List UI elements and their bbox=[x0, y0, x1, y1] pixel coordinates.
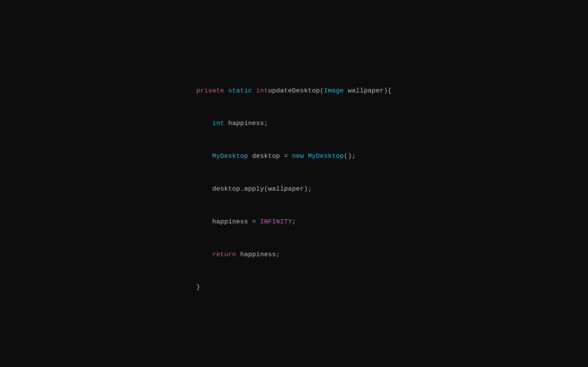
keyword-static: static bbox=[228, 87, 252, 94]
keyword-new: new bbox=[292, 152, 304, 160]
indent-line2 bbox=[196, 120, 212, 127]
plain-parens: (); bbox=[344, 152, 356, 160]
plain-happiness-eq: happiness = bbox=[212, 218, 260, 225]
keyword-return: return bbox=[212, 251, 236, 258]
plain-desktop-eq: desktop = bbox=[248, 152, 292, 160]
plain-happiness: happiness; bbox=[224, 120, 268, 127]
plain-wallpaper: wallpaper){ bbox=[344, 87, 392, 94]
constant-infinity: INFINITY bbox=[260, 218, 292, 225]
space1 bbox=[224, 87, 228, 94]
indent-line5 bbox=[196, 218, 212, 225]
type-image: Image bbox=[324, 87, 344, 94]
code-line-6: return happiness; bbox=[196, 249, 392, 260]
plain-apply: desktop.apply(wallpaper); bbox=[212, 185, 312, 192]
space2 bbox=[252, 87, 256, 94]
indent-line4 bbox=[196, 185, 212, 192]
code-line-2: int happiness; bbox=[196, 118, 392, 129]
indent-line6 bbox=[196, 251, 212, 258]
keyword-private: private bbox=[196, 87, 225, 94]
type-mydesktop-2: MyDesktop bbox=[308, 152, 344, 160]
code-line-5: happiness = INFINITY; bbox=[196, 216, 392, 227]
plain-return-happiness: happiness; bbox=[236, 251, 280, 258]
space-new bbox=[304, 152, 308, 160]
keyword-int-line2: int bbox=[212, 120, 224, 127]
code-block: private static intupdateDesktop(Image wa… bbox=[196, 63, 392, 303]
code-line-3: MyDesktop desktop = new MyDesktop(); bbox=[196, 151, 392, 162]
code-line-4: desktop.apply(wallpaper); bbox=[196, 184, 392, 194]
code-line-1: private static intupdateDesktop(Image wa… bbox=[196, 85, 392, 96]
plain-semicolon5: ; bbox=[292, 218, 296, 225]
type-mydesktop-1: MyDesktop bbox=[212, 152, 248, 160]
code-line-7: } bbox=[196, 282, 392, 293]
keyword-int-line1: int bbox=[256, 87, 268, 94]
indent-line3 bbox=[196, 152, 212, 160]
plain-updatedesktop: updateDesktop( bbox=[268, 87, 324, 94]
closing-brace: } bbox=[196, 284, 200, 291]
